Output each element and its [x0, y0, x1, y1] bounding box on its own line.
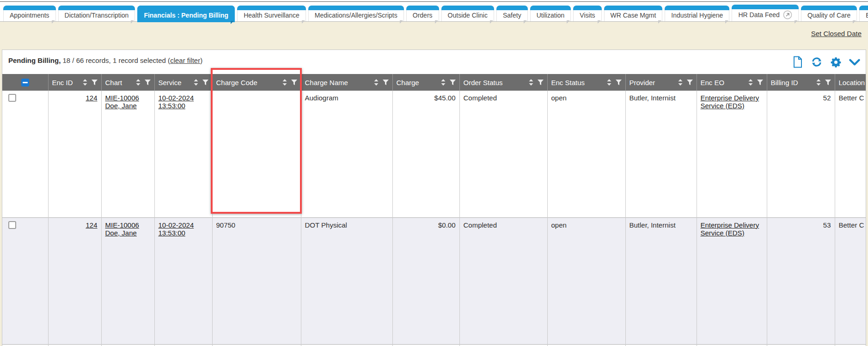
tab-strip: Appointments Dictation/Transcription Fin… [0, 0, 868, 22]
tab-cap [3, 6, 56, 10]
filter-funnel-icon[interactable] [825, 80, 831, 86]
filter-funnel-icon[interactable] [145, 80, 151, 86]
tab-cap [859, 6, 868, 10]
clear-filter-link[interactable]: clear filter [170, 56, 200, 64]
table-row: 124MIE-10006 Doe, Jane10-02-2024 13:53:0… [2, 217, 866, 344]
filter-funnel-icon[interactable] [538, 80, 544, 86]
cell-location: Better C [835, 91, 866, 217]
set-closed-date-link[interactable]: Set Closed Date [811, 30, 862, 37]
tab-quality-of-care[interactable]: Quality of Care [801, 6, 857, 21]
new-document-icon[interactable] [792, 56, 803, 68]
chart-link[interactable]: MIE-10006 Doe, Jane [105, 221, 139, 237]
external-link-icon[interactable] [783, 10, 792, 19]
refresh-icon[interactable] [811, 56, 823, 68]
sort-icon[interactable] [282, 79, 287, 86]
filter-funnel-icon[interactable] [450, 80, 456, 86]
tab-label: Safety [503, 11, 521, 19]
record-summary: Pending Billing, 18 / 66 records, 1 reco… [8, 56, 202, 64]
tab-cap [237, 6, 306, 10]
cell-service: 10-02-2024 13:53:00 [154, 217, 212, 344]
tab-safety[interactable]: Safety [496, 6, 528, 21]
column-header-order-status[interactable]: Order Status [459, 74, 547, 91]
column-header-label: Enc Status [551, 79, 607, 86]
enc-eo-link[interactable]: Enterprise Delivery Service (EDS) [701, 94, 759, 110]
tab-hr-data-feed[interactable]: HR Data Feed [732, 5, 798, 21]
tab-outside-clinic[interactable]: Outside Clinic [441, 6, 494, 21]
chevron-down-icon[interactable] [849, 59, 860, 66]
tab-visits[interactable]: Visits [573, 6, 601, 21]
sort-icon[interactable] [529, 79, 533, 86]
column-header-charge-code[interactable]: Charge Code [212, 74, 301, 91]
tab-wr-case-mgmt[interactable]: WR Case Mgmt [604, 6, 663, 21]
select-all-checkbox[interactable] [21, 79, 29, 86]
cell-enc-eo: Enterprise Delivery Service (EDS) [697, 217, 767, 344]
tab-orders[interactable]: Orders [406, 6, 439, 21]
app-window: Appointments Dictation/Transcription Fin… [0, 0, 868, 346]
tab-label: Industrial Hygiene [671, 11, 723, 19]
sort-icon[interactable] [748, 79, 753, 86]
column-header-enc-status[interactable]: Enc Status [547, 74, 625, 91]
filter-funnel-icon[interactable] [383, 80, 389, 86]
panel-toolbar [792, 56, 860, 68]
tab-cap [137, 6, 235, 10]
row-checkbox[interactable] [8, 221, 16, 229]
sort-icon[interactable] [607, 79, 611, 86]
tab-label: Outside Clinic [448, 11, 488, 19]
sort-icon[interactable] [816, 79, 821, 86]
column-header-label: Enc ID [52, 79, 83, 86]
cell-billing-id: 53 [767, 217, 835, 344]
sort-icon[interactable] [136, 79, 141, 86]
tab-cap [732, 5, 798, 9]
filter-funnel-icon[interactable] [92, 80, 98, 86]
row-checkbox[interactable] [8, 94, 16, 102]
tab-financials-pending-billing[interactable]: Financials : Pending Billing [137, 6, 235, 22]
sort-icon[interactable] [678, 79, 683, 86]
filter-funnel-icon[interactable] [757, 80, 763, 86]
filter-funnel-icon[interactable] [687, 80, 693, 86]
cell-service: 10-02-2024 13:53:00 [154, 91, 212, 217]
tab-executive-da[interactable]: Executive Da [859, 6, 868, 21]
tab-utilization[interactable]: Utilization [530, 6, 571, 21]
tab-health-surveillance[interactable]: Health Surveillance [237, 6, 306, 21]
filter-funnel-icon[interactable] [202, 80, 208, 86]
column-header-location[interactable]: Location [835, 74, 866, 91]
sort-icon[interactable] [194, 79, 198, 86]
cell-enc-status: open [547, 217, 625, 344]
summary-suffix: ) [200, 56, 202, 64]
tab-cap [58, 6, 135, 10]
cell-charge-code: 90750 [212, 217, 301, 344]
enc-eo-link[interactable]: Enterprise Delivery Service (EDS) [701, 221, 759, 237]
sort-icon[interactable] [441, 79, 446, 86]
column-header-charge[interactable]: Charge [392, 74, 459, 91]
tab-cap [604, 6, 663, 10]
service-link[interactable]: 10-02-2024 13:53:00 [159, 221, 194, 237]
pending-billing-table: Enc ID Chart Service [2, 74, 866, 346]
enc-id-link[interactable]: 124 [86, 94, 97, 102]
tab-industrial-hygiene[interactable]: Industrial Hygiene [665, 6, 729, 21]
gear-icon[interactable] [830, 56, 842, 68]
column-header-chart[interactable]: Chart [101, 74, 154, 91]
filter-funnel-icon[interactable] [616, 80, 622, 86]
sort-icon[interactable] [83, 79, 87, 86]
tab-dictation-transcription[interactable]: Dictation/Transcription [58, 6, 135, 21]
filter-funnel-icon[interactable] [291, 80, 297, 86]
column-header-enc-eo[interactable]: Enc EO [697, 74, 767, 91]
column-header-provider[interactable]: Provider [625, 74, 697, 91]
column-header-service[interactable]: Service [154, 74, 212, 91]
table-row [2, 344, 866, 346]
column-header-label: Charge Code [216, 79, 282, 86]
tab-appointments[interactable]: Appointments [3, 6, 56, 21]
service-link[interactable]: 10-02-2024 13:53:00 [159, 94, 194, 110]
row-select-cell [2, 217, 48, 344]
chart-link[interactable]: MIE-10006 Doe, Jane [105, 94, 139, 110]
tab-medications-allergies-scripts[interactable]: Medications/Allergies/Scripts [308, 6, 404, 21]
tab-label: Appointments [10, 11, 49, 19]
cell-order-status: Completed [459, 217, 547, 344]
column-header-charge-name[interactable]: Charge Name [301, 74, 392, 91]
tab-cap [308, 6, 404, 10]
sort-icon[interactable] [374, 79, 379, 86]
enc-id-link[interactable]: 124 [86, 221, 97, 229]
column-header-enc-id[interactable]: Enc ID [48, 74, 101, 91]
column-header-billing-id[interactable]: Billing ID [767, 74, 835, 91]
tab-cap [573, 6, 601, 10]
